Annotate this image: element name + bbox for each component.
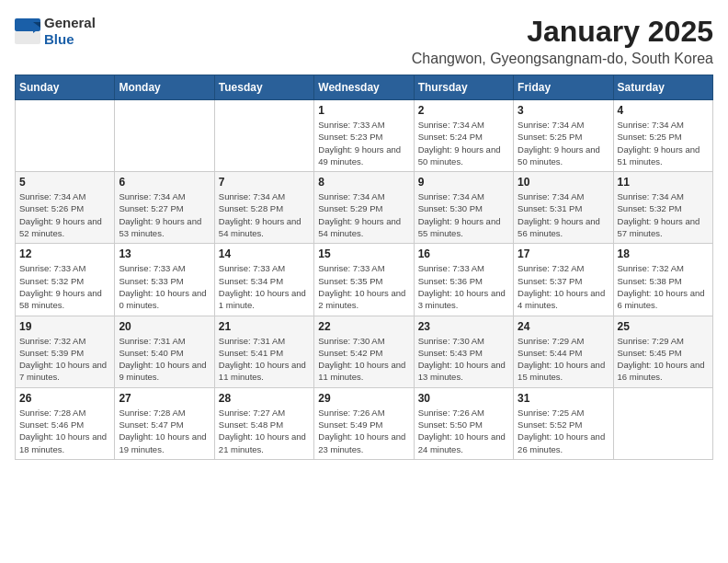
day-number: 27 <box>119 392 210 405</box>
weekday-header: Sunday <box>16 75 115 100</box>
calendar-cell: 3 Sunrise: 7:34 AM Sunset: 5:25 PM Dayli… <box>514 100 613 172</box>
logo-icon <box>15 18 40 44</box>
sunrise-text: Sunrise: 7:28 AM <box>119 408 185 418</box>
daylight-text: Daylight: 10 hours and 21 minutes. <box>219 431 306 454</box>
calendar-cell: 10 Sunrise: 7:34 AM Sunset: 5:31 PM Dayl… <box>514 172 613 244</box>
sunset-text: Sunset: 5:32 PM <box>618 203 682 213</box>
day-number: 19 <box>19 320 110 333</box>
sunset-text: Sunset: 5:44 PM <box>518 348 582 358</box>
day-number: 22 <box>318 320 409 333</box>
logo: General Blue <box>15 15 96 48</box>
daylight-text: Daylight: 9 hours and 54 minutes. <box>318 216 401 238</box>
day-info: Sunrise: 7:31 AM Sunset: 5:40 PM Dayligh… <box>119 335 210 384</box>
daylight-text: Daylight: 9 hours and 54 minutes. <box>219 216 301 238</box>
daylight-text: Daylight: 9 hours and 58 minutes. <box>19 288 102 310</box>
logo-blue: Blue <box>44 31 74 47</box>
day-info: Sunrise: 7:34 AM Sunset: 5:26 PM Dayligh… <box>19 190 110 239</box>
day-number: 14 <box>219 247 310 260</box>
sunrise-text: Sunrise: 7:34 AM <box>418 191 484 201</box>
weekday-header: Tuesday <box>214 75 313 100</box>
sunrise-text: Sunrise: 7:28 AM <box>19 408 85 418</box>
calendar-cell: 25 Sunrise: 7:29 AM Sunset: 5:45 PM Dayl… <box>613 316 712 387</box>
sunrise-text: Sunrise: 7:34 AM <box>418 120 484 130</box>
day-info: Sunrise: 7:30 AM Sunset: 5:42 PM Dayligh… <box>318 335 409 384</box>
daylight-text: Daylight: 10 hours and 11 minutes. <box>318 360 405 382</box>
day-info: Sunrise: 7:33 AM Sunset: 5:32 PM Dayligh… <box>19 262 110 311</box>
sunrise-text: Sunrise: 7:32 AM <box>518 263 584 273</box>
calendar-cell: 27 Sunrise: 7:28 AM Sunset: 5:47 PM Dayl… <box>115 387 214 459</box>
sunrise-text: Sunrise: 7:30 AM <box>318 336 384 346</box>
day-info: Sunrise: 7:33 AM Sunset: 5:36 PM Dayligh… <box>418 262 509 311</box>
sunset-text: Sunset: 5:41 PM <box>219 348 283 358</box>
sunrise-text: Sunrise: 7:33 AM <box>19 263 85 273</box>
logo-text: General Blue <box>44 15 96 48</box>
sunset-text: Sunset: 5:38 PM <box>618 276 682 286</box>
day-info: Sunrise: 7:32 AM Sunset: 5:38 PM Dayligh… <box>618 262 709 311</box>
day-number: 11 <box>618 176 709 189</box>
sunrise-text: Sunrise: 7:31 AM <box>119 336 185 346</box>
daylight-text: Daylight: 9 hours and 57 minutes. <box>618 216 700 238</box>
day-info: Sunrise: 7:34 AM Sunset: 5:25 PM Dayligh… <box>518 119 609 167</box>
day-info: Sunrise: 7:26 AM Sunset: 5:50 PM Dayligh… <box>418 407 509 455</box>
day-info: Sunrise: 7:34 AM Sunset: 5:28 PM Dayligh… <box>219 190 310 239</box>
weekday-header: Monday <box>115 75 214 100</box>
calendar-cell: 16 Sunrise: 7:33 AM Sunset: 5:36 PM Dayl… <box>414 244 513 316</box>
day-info: Sunrise: 7:31 AM Sunset: 5:41 PM Dayligh… <box>219 335 310 384</box>
daylight-text: Daylight: 10 hours and 6 minutes. <box>618 288 705 310</box>
calendar-cell: 8 Sunrise: 7:34 AM Sunset: 5:29 PM Dayli… <box>314 172 414 244</box>
daylight-text: Daylight: 10 hours and 11 minutes. <box>219 360 306 382</box>
day-info: Sunrise: 7:30 AM Sunset: 5:43 PM Dayligh… <box>418 335 509 384</box>
day-number: 7 <box>219 176 310 189</box>
sunrise-text: Sunrise: 7:34 AM <box>318 191 384 201</box>
sunset-text: Sunset: 5:27 PM <box>119 203 183 213</box>
calendar-cell: 28 Sunrise: 7:27 AM Sunset: 5:48 PM Dayl… <box>214 387 313 459</box>
sunset-text: Sunset: 5:47 PM <box>119 419 183 430</box>
calendar-cell: 19 Sunrise: 7:32 AM Sunset: 5:39 PM Dayl… <box>16 316 115 387</box>
sunset-text: Sunset: 5:46 PM <box>19 419 84 430</box>
calendar-cell <box>214 100 313 172</box>
calendar-week-row: 26 Sunrise: 7:28 AM Sunset: 5:46 PM Dayl… <box>16 387 713 459</box>
daylight-text: Daylight: 9 hours and 50 minutes. <box>418 144 501 167</box>
daylight-text: Daylight: 9 hours and 55 minutes. <box>418 216 501 238</box>
sunset-text: Sunset: 5:50 PM <box>418 419 483 430</box>
sunset-text: Sunset: 5:29 PM <box>318 203 382 213</box>
daylight-text: Daylight: 10 hours and 0 minutes. <box>119 288 206 310</box>
page-header: General Blue January 2025 Changwon, Gyeo… <box>15 15 713 67</box>
sunrise-text: Sunrise: 7:25 AM <box>518 408 584 418</box>
sunrise-text: Sunrise: 7:32 AM <box>19 336 85 346</box>
sunrise-text: Sunrise: 7:34 AM <box>19 191 85 201</box>
day-info: Sunrise: 7:32 AM Sunset: 5:39 PM Dayligh… <box>19 335 110 384</box>
day-number: 2 <box>418 104 509 117</box>
daylight-text: Daylight: 9 hours and 53 minutes. <box>119 216 201 238</box>
sunset-text: Sunset: 5:30 PM <box>418 203 483 213</box>
day-number: 1 <box>318 104 409 117</box>
day-info: Sunrise: 7:25 AM Sunset: 5:52 PM Dayligh… <box>518 407 609 455</box>
day-info: Sunrise: 7:34 AM Sunset: 5:24 PM Dayligh… <box>418 119 509 167</box>
daylight-text: Daylight: 9 hours and 49 minutes. <box>318 144 401 167</box>
sunrise-text: Sunrise: 7:34 AM <box>618 191 684 201</box>
day-number: 18 <box>618 247 709 260</box>
day-info: Sunrise: 7:26 AM Sunset: 5:49 PM Dayligh… <box>318 407 409 455</box>
daylight-text: Daylight: 9 hours and 51 minutes. <box>618 144 700 167</box>
calendar-cell: 18 Sunrise: 7:32 AM Sunset: 5:38 PM Dayl… <box>613 244 712 316</box>
calendar-cell: 24 Sunrise: 7:29 AM Sunset: 5:44 PM Dayl… <box>514 316 613 387</box>
sunset-text: Sunset: 5:34 PM <box>219 276 283 286</box>
weekday-header: Thursday <box>414 75 513 100</box>
sunrise-text: Sunrise: 7:30 AM <box>418 336 484 346</box>
sunrise-text: Sunrise: 7:34 AM <box>518 120 584 130</box>
day-number: 12 <box>19 247 110 260</box>
sunrise-text: Sunrise: 7:31 AM <box>219 336 285 346</box>
sunrise-text: Sunrise: 7:33 AM <box>418 263 484 273</box>
sunrise-text: Sunrise: 7:26 AM <box>318 408 384 418</box>
daylight-text: Daylight: 10 hours and 1 minute. <box>219 288 306 310</box>
calendar-table: SundayMondayTuesdayWednesdayThursdayFrid… <box>15 75 713 460</box>
weekday-header: Saturday <box>613 75 712 100</box>
day-number: 26 <box>19 392 110 405</box>
svg-rect-1 <box>15 31 40 44</box>
daylight-text: Daylight: 10 hours and 13 minutes. <box>418 360 506 382</box>
sunset-text: Sunset: 5:35 PM <box>318 276 382 286</box>
day-number: 28 <box>219 392 310 405</box>
day-info: Sunrise: 7:32 AM Sunset: 5:37 PM Dayligh… <box>518 262 609 311</box>
calendar-cell: 14 Sunrise: 7:33 AM Sunset: 5:34 PM Dayl… <box>214 244 313 316</box>
day-number: 5 <box>19 176 110 189</box>
